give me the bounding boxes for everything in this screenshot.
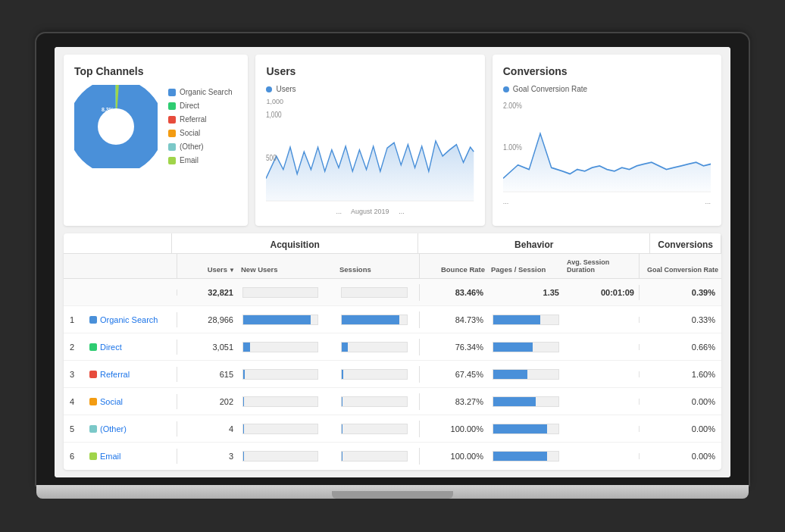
rank-header [64, 254, 86, 278]
behavior-bar-fill-4 [493, 424, 547, 433]
row-sessions-bar-3 [336, 393, 420, 410]
svg-text:1,000: 1,000 [266, 110, 282, 119]
total-channel [86, 289, 177, 296]
row-new-users-bar-4 [238, 421, 336, 437]
legend-organic: Organic Search [168, 86, 232, 99]
organic-label: Organic Search [180, 86, 232, 99]
table-row: 1 Organic Search 28,966 84.73% [64, 306, 721, 333]
legend-direct: Direct [168, 99, 232, 113]
row-goal-3: 0.00% [640, 394, 721, 409]
row-channel-3: Social [86, 394, 177, 409]
pages-header: Pages / Session [488, 254, 564, 278]
row-avg-4 [564, 426, 640, 432]
channel-link-4[interactable]: (Other) [100, 424, 127, 433]
row-channel-0: Organic Search [86, 312, 177, 327]
total-goal: 0.39% [640, 285, 721, 300]
sessions-bar-fill-5 [342, 452, 342, 461]
row-channel-1: Direct [86, 340, 177, 355]
new-users-bar-bg-5 [242, 451, 318, 462]
behavior-bar-bg-3 [493, 396, 559, 407]
new-users-bar-bg-1 [242, 342, 318, 352]
row-avg-0 [564, 317, 640, 323]
conv-dots-right: ... [705, 198, 711, 205]
total-users: 32,821 [177, 285, 238, 300]
row-goal-5: 0.00% [640, 449, 721, 464]
other-dot [168, 143, 176, 151]
table-row: 4 Social 202 83.27% [64, 388, 721, 415]
new-users-bar-fill-1 [243, 343, 250, 352]
row-sessions-bar-4 [336, 421, 420, 437]
top-channels-card: Top Channels [64, 55, 248, 226]
channel-link-2[interactable]: Referral [100, 370, 130, 379]
channel-link-3[interactable]: Social [100, 397, 123, 406]
svg-text:8.3%: 8.3% [102, 107, 114, 112]
row-goal-0: 0.33% [640, 312, 721, 327]
sessions-bar-bg-4 [341, 424, 408, 434]
row-goal-4: 0.00% [640, 421, 721, 437]
legend-referral: Referral [168, 113, 232, 127]
conv-dots-left: ... [503, 198, 509, 205]
sessions-bar-bg-1 [341, 342, 408, 352]
sessions-bar-bg-3 [341, 396, 408, 407]
bounce-header: Bounce Rate [420, 254, 488, 278]
new-users-bar-bg-4 [242, 424, 318, 434]
conversions-card: Conversions Goal Conversion Rate [493, 55, 721, 226]
row-bounce-2: 67.45% [420, 367, 488, 382]
column-headers: Users ▼ New Users Sessions Bounce Rate [64, 254, 721, 279]
behavior-bar-fill-0 [493, 315, 540, 324]
channel-link-0[interactable]: Organic Search [100, 315, 158, 324]
row-bounce-0: 84.73% [420, 312, 488, 327]
row-bounce-1: 76.34% [420, 340, 488, 355]
total-avg: 00:01:09 [564, 285, 640, 300]
behavior-bar-fill-5 [493, 452, 547, 461]
sessions-bar-bg-5 [341, 451, 408, 462]
row-new-users-bar-0 [238, 311, 336, 328]
email-dot [168, 157, 176, 164]
sort-icon: ▼ [229, 267, 235, 274]
top-channels-title: Top Channels [74, 65, 237, 77]
total-sessions-bar [336, 284, 420, 301]
row-users-2: 615 [177, 367, 238, 382]
organic-dot [168, 89, 176, 96]
total-pages: 1.35 [488, 285, 564, 300]
screen-bezel: Top Channels [36, 33, 749, 485]
goal-header: Goal Conversion Rate [640, 254, 721, 278]
sessions-bar-fill-3 [342, 397, 342, 406]
row-rank-0: 1 [64, 312, 86, 327]
channel-link-1[interactable]: Direct [100, 343, 122, 352]
new-users-bar-fill-2 [243, 370, 245, 379]
svg-text:88.2%: 88.2% [108, 134, 125, 141]
empty-header [64, 233, 172, 253]
row-rank-4: 5 [64, 421, 86, 437]
new-users-bar-fill-3 [243, 397, 244, 406]
legend-email: Email [168, 154, 232, 167]
behavior-bar-bg-1 [493, 342, 559, 352]
pie-card-inner: 88.2% 8.3% Organic Search [74, 85, 237, 168]
row-bounce-5: 100.00% [420, 449, 488, 464]
laptop-base [36, 485, 749, 499]
row-goal-1: 0.66% [640, 340, 721, 355]
y-axis-top: 1,000 [266, 98, 283, 105]
users-dot [266, 86, 272, 92]
sessions-header: Sessions [336, 254, 420, 278]
acquisition-group-header: Acquisition [172, 233, 418, 253]
total-rank [64, 289, 86, 296]
row-new-users-bar-1 [238, 339, 336, 355]
table-row: 2 Direct 3,051 76.34% [64, 333, 721, 361]
x-dots-right: ... [399, 208, 405, 215]
svg-text:1.00%: 1.00% [503, 142, 522, 152]
row-sessions-bar-1 [336, 339, 420, 355]
other-label: (Other) [180, 140, 204, 154]
conversions-group-header: Conversions [650, 233, 721, 253]
users-title: Users [266, 65, 474, 77]
users-chart-area: 1,000 500 [266, 107, 474, 205]
channel-link-5[interactable]: Email [100, 452, 121, 461]
channel-color-0 [89, 316, 97, 324]
channel-color-3 [89, 398, 97, 405]
email-label: Email [180, 154, 199, 167]
behavior-bar-bg-2 [493, 369, 559, 380]
behavior-bar-fill-3 [493, 397, 536, 406]
pie-legend: Organic Search Direct Referral [168, 86, 232, 167]
social-label: Social [180, 127, 200, 140]
row-users-4: 4 [177, 421, 238, 437]
